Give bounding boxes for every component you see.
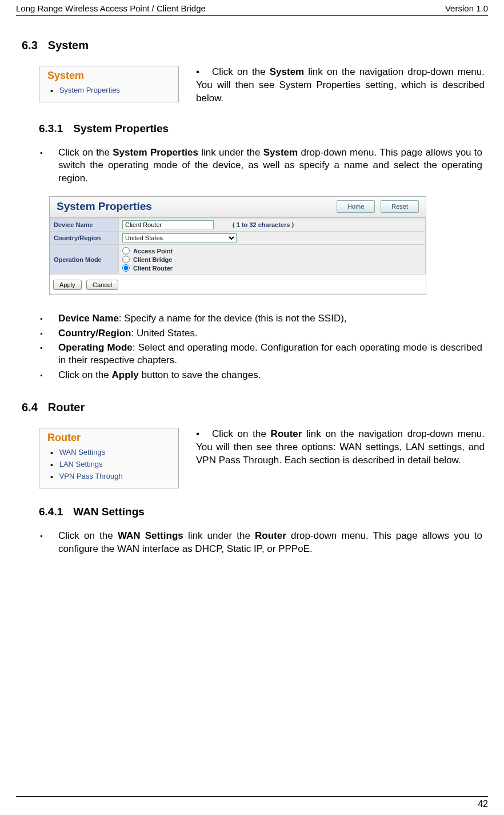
menu-item-vpn-pass-through[interactable]: VPN Pass Through — [50, 470, 173, 482]
radio-client-bridge[interactable] — [122, 256, 130, 263]
t: WAN Settings — [118, 530, 183, 541]
t: System — [270, 66, 304, 77]
t: Device Name — [58, 313, 119, 324]
t: Country/Region — [58, 328, 131, 339]
t: Router — [255, 530, 286, 541]
properties-table: Device Name ( 1 to 32 characters ) Count… — [50, 218, 426, 275]
para-wan-settings: Click on the WAN Settings link under the… — [39, 530, 482, 555]
t: Operating Mode — [58, 342, 133, 353]
heading-num: 6.4.1 — [39, 506, 63, 518]
t: Click on the — [212, 66, 270, 77]
t: Apply — [112, 369, 139, 380]
system-properties-panel: System Properties Home Reset Device Name… — [49, 196, 426, 295]
heading-text: WAN Settings — [73, 506, 145, 518]
t: System Properties — [113, 147, 198, 158]
menu-item-lan-settings[interactable]: LAN Settings — [50, 458, 173, 470]
apply-button[interactable]: Apply — [53, 280, 82, 290]
header-left: Long Range Wireless Access Point / Clien… — [16, 3, 206, 13]
home-button[interactable]: Home — [337, 200, 375, 213]
label-device-name: Device Name — [50, 218, 119, 232]
t: Click on the — [58, 369, 112, 380]
t: Click on the — [212, 428, 271, 439]
label-operation-mode: Operation Mode — [50, 245, 119, 275]
mode-label: Client Bridge — [133, 256, 172, 263]
t: System — [263, 147, 298, 158]
list-item: Operating Mode: Select and operating mod… — [39, 341, 482, 367]
list-item: Country/Region: United States. — [39, 327, 482, 340]
device-name-hint: ( 1 to 32 characters ) — [233, 221, 294, 228]
t: link under the — [183, 530, 255, 541]
router-menu: Router WAN Settings LAN Settings VPN Pas… — [39, 428, 179, 488]
menu-title-system[interactable]: System — [39, 66, 178, 84]
cancel-button[interactable]: Cancel — [86, 280, 118, 290]
t: link under the — [198, 147, 263, 158]
heading-6-4: 6.4Router — [22, 401, 482, 414]
menu-title-router[interactable]: Router — [39, 428, 178, 446]
heading-text: System — [48, 39, 89, 51]
t: Click on the — [58, 530, 118, 541]
heading-6-3: 6.3System — [22, 39, 482, 52]
page-header: Long Range Wireless Access Point / Clien… — [16, 0, 488, 16]
heading-text: System Properties — [73, 122, 169, 134]
intro-text-router: ▪Click on the Router link on the navigat… — [196, 428, 488, 467]
list-item: Click on the Apply button to save the ch… — [39, 369, 482, 381]
page-number: 42 — [478, 799, 488, 809]
mode-label: Client Router — [133, 265, 173, 272]
para-system-properties: Click on the System Properties link unde… — [39, 146, 482, 185]
country-select[interactable]: United States — [122, 233, 237, 242]
t: Router — [271, 428, 302, 439]
heading-num: 6.3.1 — [39, 122, 63, 134]
t: button to save the changes. — [139, 369, 261, 380]
t: : Specify a name for the device (this is… — [119, 313, 347, 324]
menu-item-wan-settings[interactable]: WAN Settings — [50, 446, 173, 458]
heading-text: Router — [48, 401, 85, 414]
heading-num: 6.3 — [22, 39, 38, 51]
device-name-input[interactable] — [122, 220, 214, 229]
t: Click on the — [58, 147, 113, 158]
system-menu: System System Properties — [39, 66, 179, 102]
list-item: Device Name: Specify a name for the devi… — [39, 312, 482, 325]
menu-item-system-properties[interactable]: System Properties — [50, 84, 173, 96]
heading-num: 6.4 — [22, 401, 38, 414]
t: : United States. — [131, 328, 198, 339]
intro-text-system: ▪Click on the System link on the navigat… — [196, 66, 488, 105]
mode-label: Access Point — [133, 248, 173, 255]
radio-client-router[interactable] — [122, 264, 130, 272]
reset-button[interactable]: Reset — [381, 200, 419, 213]
radio-access-point[interactable] — [122, 247, 130, 255]
panel-title: System Properties — [57, 200, 152, 213]
heading-6-3-1: 6.3.1System Properties — [39, 122, 488, 135]
page-footer: 42 — [16, 796, 488, 809]
heading-6-4-1: 6.4.1WAN Settings — [39, 506, 488, 518]
label-country-region: Country/Region — [50, 232, 119, 245]
header-right: Version 1.0 — [445, 3, 488, 13]
